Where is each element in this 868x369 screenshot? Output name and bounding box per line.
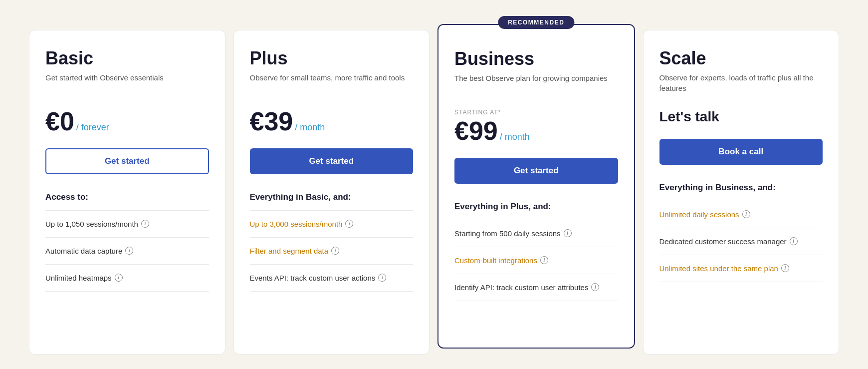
pricing-card-business: RECOMMENDEDBusinessThe best Observe plan… xyxy=(437,24,635,349)
features-header-business: Everything in Plus, and: xyxy=(454,202,618,212)
cta-button-plus[interactable]: Get started xyxy=(250,148,414,174)
feature-item-plus-0: Up to 3,000 sessions/month i xyxy=(250,211,414,238)
feature-item-plus-1: Filter and segment data i xyxy=(250,238,414,265)
info-icon[interactable]: i xyxy=(790,237,798,245)
feature-text: Identify API: track custom user attribut… xyxy=(454,282,588,293)
feature-text: Up to 1,050 sessions/month xyxy=(45,219,138,229)
feature-text-wrapper: Automatic data capture i xyxy=(45,246,133,256)
feature-item-basic-2: Unlimited heatmaps i xyxy=(45,265,209,292)
feature-text: Unlimited daily sessions xyxy=(659,209,739,220)
plan-name-basic: Basic xyxy=(45,48,209,68)
feature-text: Dedicated customer success manager xyxy=(659,236,787,247)
features-list-business: Starting from 500 daily sessions i Custo… xyxy=(454,220,618,301)
feature-text-wrapper: Up to 1,050 sessions/month i xyxy=(45,219,149,229)
feature-item-business-2: Identify API: track custom user attribut… xyxy=(454,274,618,301)
pricing-card-scale: ScaleObserve for experts, loads of traff… xyxy=(643,30,840,355)
feature-text: Custom-built integrations xyxy=(454,255,537,266)
feature-text-wrapper: Unlimited heatmaps i xyxy=(45,273,123,283)
info-icon[interactable]: i xyxy=(591,283,599,291)
feature-text-wrapper: Events API: track custom user actions i xyxy=(250,273,387,283)
plan-description-business: The best Observe plan for growing compan… xyxy=(454,73,618,95)
features-header-plus: Everything in Basic, and: xyxy=(250,192,414,202)
feature-text: Unlimited heatmaps xyxy=(45,273,112,283)
price-period-basic: / forever xyxy=(76,122,109,133)
lets-talk-label: Let's talk xyxy=(659,108,823,125)
info-icon[interactable]: i xyxy=(115,274,123,282)
feature-item-scale-1: Dedicated customer success manager i xyxy=(659,228,823,255)
price-main-plus: €39 xyxy=(250,108,293,134)
feature-item-business-0: Starting from 500 daily sessions i xyxy=(454,220,618,247)
feature-text: Filter and segment data xyxy=(250,246,329,256)
plan-description-scale: Observe for experts, loads of traffic pl… xyxy=(659,72,823,94)
plan-description-basic: Get started with Observe essentials xyxy=(45,72,209,94)
feature-item-business-1: Custom-built integrations i xyxy=(454,247,618,274)
feature-item-scale-0: Unlimited daily sessions i xyxy=(659,201,823,228)
info-icon[interactable]: i xyxy=(331,247,339,255)
starting-at-label: STARTING AT* xyxy=(454,109,618,116)
cta-button-scale[interactable]: Book a call xyxy=(659,139,823,165)
feature-item-basic-0: Up to 1,050 sessions/month i xyxy=(45,211,209,238)
plan-name-scale: Scale xyxy=(659,48,823,68)
plan-name-business: Business xyxy=(454,49,618,69)
info-icon[interactable]: i xyxy=(141,220,149,228)
price-period-business: / month xyxy=(500,132,530,142)
feature-text: Up to 3,000 sessions/month xyxy=(250,219,343,229)
cta-button-basic[interactable]: Get started xyxy=(45,148,209,174)
pricing-container: BasicGet started with Observe essentials… xyxy=(10,20,858,365)
price-main-business: €99 xyxy=(454,118,498,144)
price-row-business: €99 / month xyxy=(454,118,618,144)
feature-text-wrapper: Dedicated customer success manager i xyxy=(659,236,798,247)
feature-text: Unlimited sites under the same plan xyxy=(659,263,778,274)
feature-text-wrapper: Filter and segment data i xyxy=(250,246,340,256)
features-header-basic: Access to: xyxy=(45,192,209,202)
plan-description-plus: Observe for small teams, more traffic an… xyxy=(250,72,414,94)
price-period-plus: / month xyxy=(295,122,325,133)
feature-text-wrapper: Starting from 500 daily sessions i xyxy=(454,228,572,239)
feature-text: Automatic data capture xyxy=(45,246,122,256)
info-icon[interactable]: i xyxy=(125,247,133,255)
feature-item-plus-2: Events API: track custom user actions i xyxy=(250,265,414,292)
feature-item-basic-1: Automatic data capture i xyxy=(45,238,209,265)
info-icon[interactable]: i xyxy=(345,220,353,228)
info-icon[interactable]: i xyxy=(378,274,386,282)
pricing-card-basic: BasicGet started with Observe essentials… xyxy=(29,30,225,355)
feature-text: Starting from 500 daily sessions xyxy=(454,228,561,239)
feature-text-wrapper: Up to 3,000 sessions/month i xyxy=(250,219,354,229)
features-header-scale: Everything in Business, and: xyxy=(659,183,823,193)
feature-text-wrapper: Custom-built integrations i xyxy=(454,255,548,266)
info-icon[interactable]: i xyxy=(540,256,548,264)
info-icon[interactable]: i xyxy=(781,264,789,272)
feature-item-scale-2: Unlimited sites under the same plan i xyxy=(659,255,823,282)
feature-text: Events API: track custom user actions xyxy=(250,273,376,283)
features-list-plus: Up to 3,000 sessions/month i Filter and … xyxy=(250,210,414,292)
feature-text-wrapper: Unlimited daily sessions i xyxy=(659,209,750,220)
cta-button-business[interactable]: Get started xyxy=(454,158,618,184)
info-icon[interactable]: i xyxy=(564,229,572,237)
feature-text-wrapper: Identify API: track custom user attribut… xyxy=(454,282,599,293)
price-row-basic: €0 / forever xyxy=(45,108,209,134)
recommended-badge: RECOMMENDED xyxy=(498,16,574,29)
pricing-card-plus: PlusObserve for small teams, more traffi… xyxy=(233,30,430,355)
price-row-plus: €39 / month xyxy=(250,108,414,134)
features-list-scale: Unlimited daily sessions i Dedicated cus… xyxy=(659,201,823,282)
info-icon[interactable]: i xyxy=(742,210,750,218)
feature-text-wrapper: Unlimited sites under the same plan i xyxy=(659,263,789,274)
features-list-basic: Up to 1,050 sessions/month i Automatic d… xyxy=(45,210,209,292)
price-main-basic: €0 xyxy=(45,108,74,134)
plan-name-plus: Plus xyxy=(250,48,414,68)
